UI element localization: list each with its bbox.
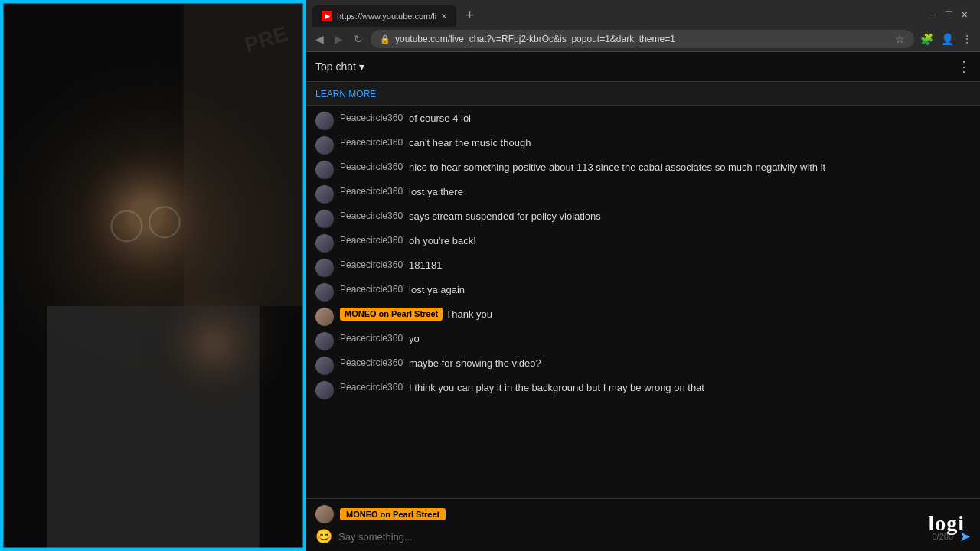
chat-input-area: MONEO on Pearl Street 😊 0/200 ➤: [306, 498, 980, 551]
username: Peacecircle360: [340, 161, 403, 174]
message-text: yo: [409, 332, 420, 346]
top-chat-label-text: Top chat: [315, 60, 356, 73]
profile-icon[interactable]: 👤: [939, 31, 956, 47]
chat-menu-icon[interactable]: ⋮: [957, 58, 971, 75]
chat-message: Peacecircle360I think you can play it in…: [306, 378, 980, 403]
avatar: [315, 185, 334, 204]
bookmark-icon[interactable]: ☆: [895, 33, 905, 45]
username: Peacecircle360: [340, 332, 403, 345]
chat-message: Peacecircle360says stream suspended for …: [306, 207, 980, 231]
message-text: I think you can play it in the backgroun…: [409, 381, 704, 395]
top-chat-selector[interactable]: Top chat ▾: [315, 60, 364, 73]
username: Peacecircle360: [340, 234, 403, 247]
message-text: oh you're back!: [409, 234, 476, 248]
url-text: youtube.com/live_chat?v=RFpj2-kbrOc&is_p…: [395, 34, 890, 44]
browser-tab[interactable]: ▶ https://www.youtube.com/live_c... ×: [312, 5, 456, 27]
avatar: [315, 357, 334, 375]
avatar: [315, 308, 334, 326]
tab-label: https://www.youtube.com/live_c...: [337, 11, 436, 21]
message-text: 181181: [409, 259, 442, 272]
chat-message: Peacecircle360can't hear the music thoug…: [306, 133, 980, 158]
message-text: says stream suspended for policy violati…: [409, 210, 601, 223]
avatar: [315, 210, 334, 228]
avatar: [315, 259, 334, 277]
chat-message: Peacecircle360lost ya again: [306, 280, 980, 305]
emoji-button[interactable]: 😊: [315, 528, 332, 545]
window-controls: ─ □ ×: [929, 8, 974, 24]
tab-close-button[interactable]: ×: [441, 10, 447, 22]
address-bar-row: ◀ ▶ ↻ 🔒 youtube.com/live_chat?v=RFpj2-kb…: [306, 27, 980, 51]
message-text: can't hear the music though: [409, 136, 531, 150]
toolbar-icons: 🧩 👤 ⋮: [919, 31, 974, 47]
active-user-row: MONEO on Pearl Street: [315, 505, 971, 523]
active-user-badge: MONEO on Pearl Street: [340, 508, 446, 520]
username: Peacecircle360: [340, 112, 403, 125]
chat-message: Peacecircle360lost ya there: [306, 182, 980, 207]
chat-container: Top chat ▾ ⋮ LEARN MORE Peacecircle360of…: [306, 52, 980, 551]
avatar: [315, 332, 334, 350]
chat-message: Peacecircle360181181: [306, 256, 980, 280]
message-text: lost ya again: [409, 283, 465, 297]
avatar: [315, 381, 334, 399]
logi-watermark: logi: [928, 511, 965, 536]
close-window-button[interactable]: ×: [962, 8, 968, 21]
chat-message: Peacecircle360oh you're back!: [306, 231, 980, 256]
avatar: [315, 283, 334, 302]
back-button[interactable]: ◀: [312, 31, 327, 47]
message-text: Thank you: [446, 308, 492, 321]
extensions-icon[interactable]: 🧩: [919, 31, 935, 47]
input-avatar: [315, 505, 334, 523]
message-text: of course 4 lol: [409, 112, 471, 126]
minimize-button[interactable]: ─: [929, 8, 936, 21]
username: Peacecircle360: [340, 210, 403, 223]
messages-list: Peacecircle360of course 4 lolPeacecircle…: [306, 106, 980, 498]
learn-more-banner[interactable]: LEARN MORE: [306, 82, 980, 106]
forward-button[interactable]: ▶: [332, 31, 346, 47]
avatar: [315, 136, 334, 155]
message-input[interactable]: [338, 531, 926, 543]
username: Peacecircle360: [340, 136, 403, 149]
chat-message: Peacecircle360nice to hear something pos…: [306, 158, 980, 182]
tab-favicon: ▶: [322, 11, 332, 21]
new-tab-button[interactable]: +: [459, 5, 480, 27]
settings-icon[interactable]: ⋮: [960, 31, 974, 47]
lock-icon: 🔒: [380, 34, 390, 44]
channel-badge: MONEO on Pearl Street: [340, 308, 443, 321]
input-row: 😊 0/200 ➤: [315, 528, 971, 545]
avatar: [315, 112, 334, 130]
avatar: [315, 234, 334, 253]
username: Peacecircle360: [340, 259, 403, 272]
chat-message: MONEO on Pearl StreetThank you: [306, 305, 980, 329]
message-text: lost ya there: [409, 185, 463, 199]
chat-message: Peacecircle360of course 4 lol: [306, 109, 980, 133]
chat-message: Peacecircle360maybe for showing the vide…: [306, 354, 980, 378]
username: Peacecircle360: [340, 357, 403, 370]
refresh-button[interactable]: ↻: [351, 31, 366, 47]
address-bar[interactable]: 🔒 youtube.com/live_chat?v=RFpj2-kbrOc&is…: [371, 30, 914, 48]
username: Peacecircle360: [340, 185, 403, 198]
username: Peacecircle360: [340, 283, 403, 296]
avatar: [315, 161, 334, 179]
message-text: nice to hear something positive about 11…: [409, 161, 825, 174]
browser-window: ▶ https://www.youtube.com/live_c... × + …: [306, 0, 980, 551]
learn-more-text: LEARN MORE: [315, 89, 376, 99]
username: Peacecircle360: [340, 381, 403, 394]
dropdown-icon: ▾: [359, 60, 364, 73]
browser-chrome: ▶ https://www.youtube.com/live_c... × + …: [306, 0, 980, 52]
tab-bar: ▶ https://www.youtube.com/live_c... × + …: [306, 0, 980, 27]
chat-message: Peacecircle360yo: [306, 329, 980, 354]
webcam-panel: [0, 0, 306, 551]
webcam-feed: [2, 2, 305, 549]
maximize-button[interactable]: □: [946, 8, 952, 21]
chat-header: Top chat ▾ ⋮: [306, 52, 980, 82]
message-text: maybe for showing the video?: [409, 357, 541, 370]
